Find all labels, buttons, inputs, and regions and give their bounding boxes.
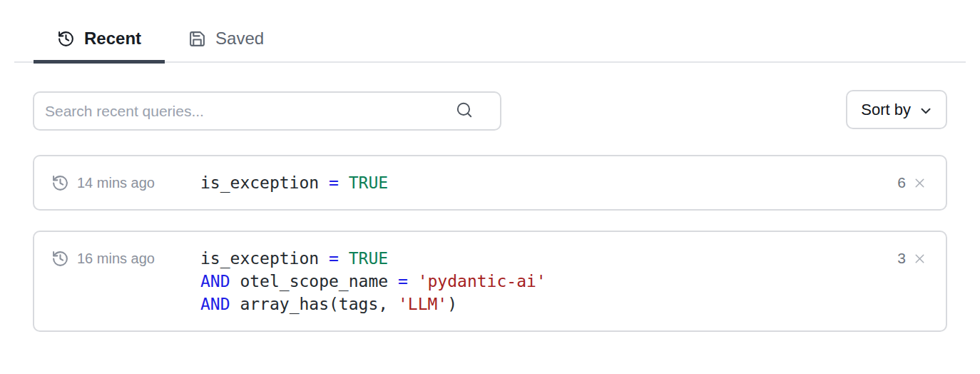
code-token-kw: = <box>398 272 418 290</box>
query-use-count: 3 <box>897 250 906 267</box>
code-token-ident: ) <box>447 295 457 313</box>
query-timestamp: 16 mins ago <box>77 251 155 267</box>
search-input[interactable] <box>33 91 501 131</box>
code-token-ident: is_exception <box>200 249 329 268</box>
recent-queries-panel: Sort by 14 mins ago is_exception = TRUE … <box>33 90 947 332</box>
query-code: is_exception = TRUEAND otel_scope_name =… <box>200 247 546 315</box>
close-icon[interactable] <box>911 174 929 192</box>
code-token-kw: AND <box>200 295 230 313</box>
chevron-down-icon <box>918 103 934 118</box>
query-list: 14 mins ago is_exception = TRUE 6 16 m <box>33 155 947 332</box>
history-icon <box>57 30 75 48</box>
code-token-const: TRUE <box>349 173 388 192</box>
tab-saved[interactable]: Saved <box>165 29 287 64</box>
tabs-bar: Recent Saved <box>14 14 966 63</box>
sort-by-label: Sort by <box>861 101 911 119</box>
query-row[interactable]: 14 mins ago is_exception = TRUE 6 <box>33 155 947 211</box>
search-icon[interactable] <box>455 101 474 119</box>
code-token-ident: array_has(tags, <box>230 295 398 313</box>
code-token-str: 'LLM' <box>398 295 447 313</box>
query-row[interactable]: 16 mins ago is_exception = TRUEAND otel_… <box>33 231 947 332</box>
close-icon[interactable] <box>911 250 929 268</box>
code-token-kw: = <box>329 249 349 268</box>
code-token-ident: otel_scope_name <box>230 272 398 290</box>
search-box <box>33 91 487 128</box>
query-timestamp: 14 mins ago <box>77 175 155 191</box>
code-token-const: TRUE <box>349 249 388 268</box>
query-meta: 14 mins ago <box>51 171 200 194</box>
tab-recent[interactable]: Recent <box>34 29 165 64</box>
save-icon <box>188 30 206 48</box>
query-use-count: 6 <box>897 174 906 191</box>
query-meta: 16 mins ago <box>51 247 200 270</box>
code-token-kw: AND <box>200 272 230 290</box>
controls-row: Sort by <box>33 90 947 129</box>
history-icon <box>51 250 69 268</box>
code-token-ident: is_exception <box>200 173 329 192</box>
tab-saved-label: Saved <box>215 29 264 49</box>
query-count-group: 6 <box>889 171 946 194</box>
tab-recent-label: Recent <box>84 29 141 49</box>
query-count-group: 3 <box>889 247 946 270</box>
sort-by-button[interactable]: Sort by <box>846 90 947 129</box>
code-token-str: 'pydantic-ai' <box>418 272 546 290</box>
history-icon <box>51 174 69 192</box>
code-token-kw: = <box>329 173 349 192</box>
query-code: is_exception = TRUE <box>200 171 388 194</box>
